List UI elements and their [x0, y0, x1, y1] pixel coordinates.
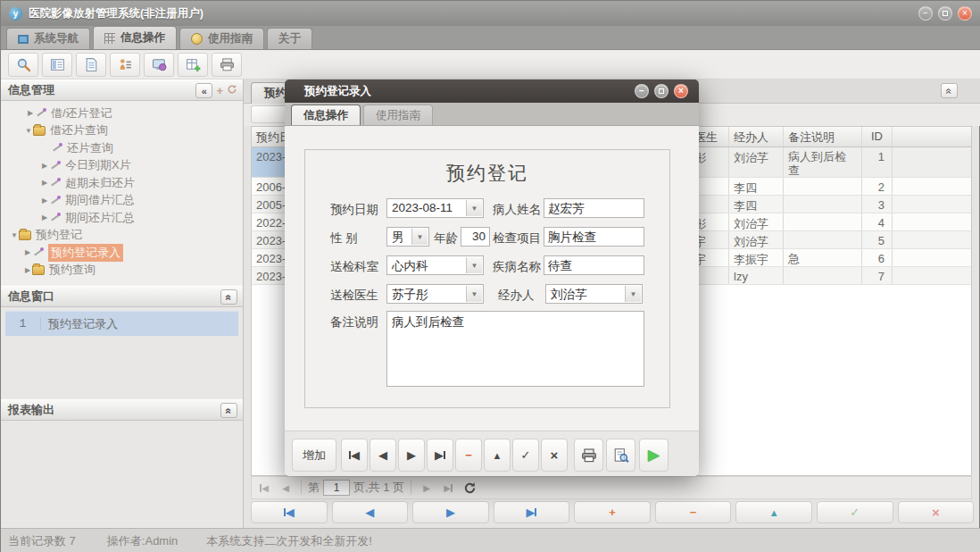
- expand-icon[interactable]: ▶: [26, 109, 35, 117]
- tree-item-loan-summary[interactable]: ▶期间借片汇总: [1, 192, 243, 210]
- expand-icon[interactable]: ▶: [40, 162, 49, 170]
- expand-icon[interactable]: ▶: [40, 179, 49, 187]
- dialog-titlebar[interactable]: 预约登记录入 − ×: [285, 79, 699, 103]
- note-textarea[interactable]: 病人到后检查: [386, 311, 644, 387]
- last-record-button[interactable]: ▶: [494, 501, 570, 523]
- printer-icon: [220, 57, 235, 72]
- insert-record-button[interactable]: +: [574, 501, 651, 523]
- form-view-button[interactable]: [42, 53, 72, 77]
- item-label: 预约登记录入: [41, 316, 118, 332]
- dialog-minimize-button[interactable]: −: [635, 84, 649, 98]
- first-record-button[interactable]: ◀: [251, 501, 328, 523]
- delete-record-button[interactable]: −: [655, 501, 732, 523]
- collapse-left-button[interactable]: «: [195, 83, 212, 98]
- dropdown-arrow-icon[interactable]: ▼: [625, 286, 641, 302]
- document-button[interactable]: [76, 53, 106, 77]
- next-record-button[interactable]: ▶: [412, 501, 489, 523]
- expand-icon[interactable]: ▶: [40, 197, 49, 205]
- col-header-id[interactable]: ID: [862, 127, 893, 146]
- gender-combo[interactable]: 男 ▼: [386, 227, 429, 247]
- panel-collapse-button[interactable]: «: [941, 83, 958, 98]
- next-record-button[interactable]: ▶: [398, 439, 425, 472]
- cancel-record-button[interactable]: ×: [898, 501, 975, 523]
- prev-record-button[interactable]: ◀: [332, 501, 409, 523]
- exam-input[interactable]: 胸片检查: [544, 227, 644, 247]
- dialog-title: 预约登记录入: [304, 84, 371, 99]
- dialog-tab-info-operation[interactable]: 信息操作: [291, 105, 361, 125]
- dropdown-arrow-icon[interactable]: ▼: [466, 200, 482, 216]
- doctor-combo[interactable]: 苏子彤 ▼: [386, 284, 484, 304]
- dialog-tab-user-guide[interactable]: 使用指南: [363, 105, 433, 125]
- collapse-up-button[interactable]: «: [220, 289, 237, 305]
- execute-button[interactable]: ▶: [639, 439, 669, 472]
- tab-system-nav[interactable]: 系统导航: [6, 28, 90, 49]
- last-page-button[interactable]: ▶: [439, 479, 457, 497]
- tree-item-appointment-query[interactable]: ▶预约查询: [1, 262, 243, 280]
- age-input[interactable]: 30: [461, 227, 490, 247]
- monitor-button[interactable]: [144, 53, 174, 77]
- cancel-record-button[interactable]: ×: [541, 439, 568, 472]
- last-record-button[interactable]: ▶: [427, 439, 453, 472]
- operator-combo[interactable]: 刘治芓 ▼: [545, 284, 643, 304]
- print-button[interactable]: [574, 439, 603, 472]
- tree-item-appointment-entry[interactable]: ▶预约登记录入: [1, 244, 243, 262]
- next-page-button[interactable]: ▶: [418, 479, 436, 497]
- preview-icon: [613, 447, 629, 464]
- tab-info-operation[interactable]: 信息操作: [93, 26, 177, 49]
- table-add-button[interactable]: [178, 53, 208, 77]
- refresh-icon[interactable]: [227, 84, 237, 97]
- search-button[interactable]: [8, 53, 38, 77]
- dialog-maximize-button[interactable]: [654, 84, 669, 98]
- tree-item-due-today[interactable]: ▶今日到期X片: [1, 157, 243, 175]
- prev-page-button[interactable]: ◀: [277, 479, 295, 497]
- expand-icon[interactable]: ▶: [23, 248, 32, 256]
- window-maximize-button[interactable]: [938, 6, 952, 21]
- window-close-button[interactable]: ×: [958, 6, 972, 21]
- collapse-up-button[interactable]: «: [220, 403, 237, 418]
- print-preview-button[interactable]: [606, 439, 635, 472]
- cell-id: 3: [862, 196, 893, 213]
- print-button[interactable]: [212, 53, 242, 77]
- delete-record-button[interactable]: −: [455, 439, 482, 472]
- disease-input[interactable]: 待查: [544, 255, 644, 275]
- dropdown-arrow-icon[interactable]: ▼: [466, 286, 482, 302]
- wand-icon: [35, 107, 46, 119]
- post-record-button[interactable]: ✓: [512, 439, 539, 472]
- window-minimize-button[interactable]: −: [918, 6, 933, 21]
- first-record-button[interactable]: ◀: [341, 439, 368, 472]
- prev-record-button[interactable]: ◀: [370, 439, 396, 472]
- collapse-icon[interactable]: ▼: [24, 127, 33, 135]
- tab-about[interactable]: 关于: [267, 28, 312, 49]
- info-window-item[interactable]: 1 预约登记录入: [5, 311, 238, 336]
- col-header-operator[interactable]: 经办人: [729, 127, 784, 146]
- tree-item-return-summary[interactable]: ▶期间还片汇总: [1, 209, 243, 227]
- tab-label: 关于: [278, 31, 301, 46]
- date-combo[interactable]: 2023-08-11 ▼: [386, 198, 484, 218]
- tree-item-return-query[interactable]: 还片查询: [1, 139, 243, 157]
- first-page-button[interactable]: ◀: [255, 479, 273, 497]
- tree-item-appointment[interactable]: ▼预约登记: [1, 227, 243, 245]
- add-icon[interactable]: +: [216, 84, 223, 97]
- department-combo[interactable]: 心内科 ▼: [386, 255, 484, 275]
- col-header-note[interactable]: 备注说明: [784, 127, 862, 146]
- add-button[interactable]: 增加: [292, 439, 336, 472]
- expand-icon[interactable]: ▶: [23, 266, 32, 274]
- dialog-close-button[interactable]: ×: [674, 84, 688, 98]
- refresh-page-button[interactable]: [461, 479, 478, 497]
- patient-name-input[interactable]: 赵宏芳: [544, 198, 644, 218]
- cell-note: 病人到后检查: [784, 147, 862, 177]
- tab-user-guide[interactable]: 使用指南: [179, 28, 264, 49]
- post-record-button[interactable]: ✓: [817, 501, 893, 523]
- edit-record-button[interactable]: ▲: [484, 439, 511, 472]
- tree-item-overdue[interactable]: ▶超期未归还片: [1, 174, 243, 192]
- edit-record-button[interactable]: ▲: [735, 501, 812, 523]
- user-report-icon: [118, 57, 133, 72]
- collapse-icon[interactable]: ▼: [10, 231, 19, 239]
- dropdown-arrow-icon[interactable]: ▼: [411, 229, 428, 245]
- dropdown-arrow-icon[interactable]: ▼: [466, 257, 482, 273]
- user-report-button[interactable]: [110, 53, 140, 77]
- expand-icon[interactable]: ▶: [40, 213, 49, 222]
- page-number-input[interactable]: 1: [323, 480, 350, 496]
- tree-item-loan-register[interactable]: ▶借/还片登记: [1, 105, 243, 122]
- tree-item-loan-query[interactable]: ▼借还片查询: [1, 122, 243, 140]
